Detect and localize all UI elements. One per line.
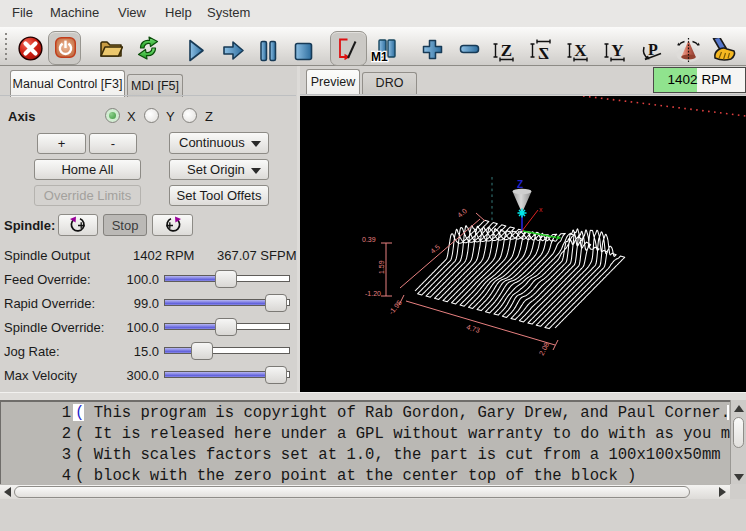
svg-text:-1.20: -1.20 xyxy=(365,290,381,297)
svg-text:M1: M1 xyxy=(371,50,388,64)
svg-text:0.39: 0.39 xyxy=(362,236,376,243)
svg-text:1.59: 1.59 xyxy=(378,260,385,274)
svg-text:x: x xyxy=(539,206,543,213)
svg-text:Z: Z xyxy=(501,41,512,60)
svg-text:X: X xyxy=(574,41,587,60)
svg-text:4.5: 4.5 xyxy=(429,243,441,255)
svg-text:Z: Z xyxy=(538,44,549,62)
svg-text:Z: Z xyxy=(517,179,523,190)
svg-text:4.0: 4.0 xyxy=(456,207,468,219)
svg-text:Y: Y xyxy=(611,41,623,60)
svg-text:4.73: 4.73 xyxy=(466,323,481,334)
